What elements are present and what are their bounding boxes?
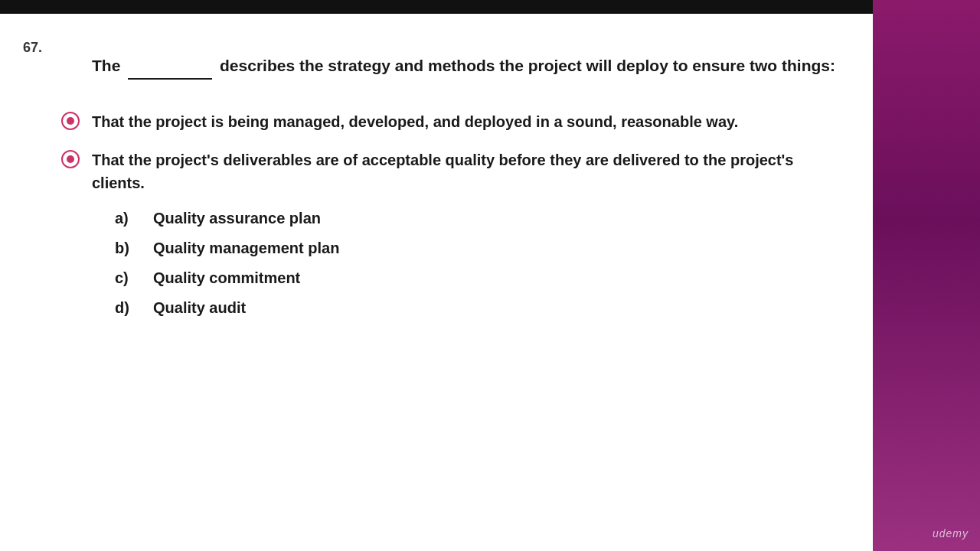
main-content: 67. The describes the strategy and metho… — [0, 0, 873, 551]
udemy-watermark: udemy — [933, 527, 969, 540]
option-item-b: b) Quality management plan — [115, 240, 842, 257]
options-list: a) Quality assurance plan b) Quality man… — [115, 210, 842, 317]
option-label-d: d) — [115, 299, 153, 317]
bullet-icon-1 — [61, 112, 80, 130]
bullet-item-2: That the project's deliverables are of a… — [61, 148, 842, 194]
bullet-points: That the project is being managed, devel… — [61, 110, 842, 194]
question-prefix: The — [92, 57, 120, 74]
option-item-a: a) Quality assurance plan — [115, 210, 842, 227]
option-item-c: c) Quality commitment — [115, 269, 842, 287]
option-text-d: Quality audit — [153, 299, 246, 317]
bullet-icon-2 — [61, 150, 80, 168]
bullet-text-2: That the project's deliverables are of a… — [92, 148, 842, 194]
option-item-d: d) Quality audit — [115, 299, 842, 317]
option-text-a: Quality assurance plan — [153, 210, 321, 227]
bullet-text-1: That the project is being managed, devel… — [92, 110, 738, 133]
option-text-c: Quality commitment — [153, 269, 300, 287]
option-label-c: c) — [115, 269, 153, 287]
question-text: The describes the strategy and methods t… — [92, 54, 842, 80]
option-label-a: a) — [115, 210, 153, 227]
question-suffix: describes the strategy and methods the p… — [220, 57, 835, 74]
sidebar: udemy — [873, 0, 980, 551]
option-label-b: b) — [115, 240, 153, 257]
question-number: 67. — [23, 40, 42, 56]
question-blank — [128, 54, 212, 80]
option-text-b: Quality management plan — [153, 240, 339, 257]
top-bar — [0, 0, 873, 14]
bullet-item-1: That the project is being managed, devel… — [61, 110, 842, 133]
